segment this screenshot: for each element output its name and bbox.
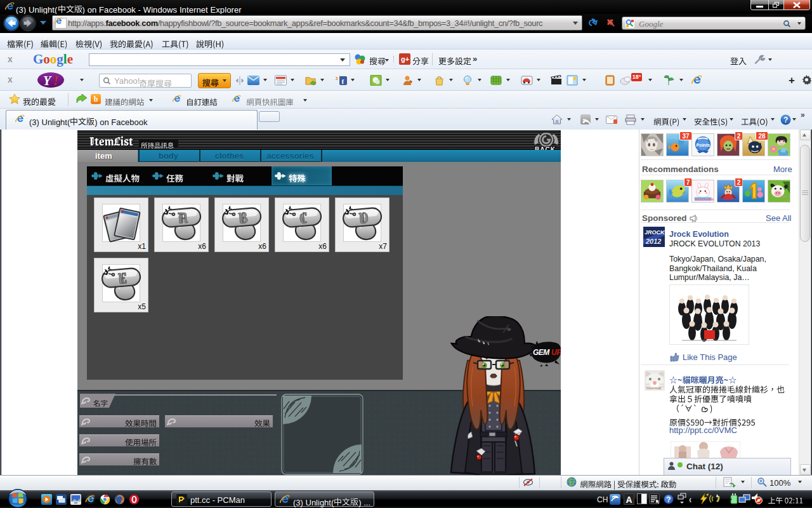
svg-text:UP: UP — [551, 348, 561, 357]
svg-text:GEM: GEM — [533, 348, 550, 357]
svg-text:JROCK: JROCK — [645, 229, 665, 236]
svg-text:g+: g+ — [401, 55, 409, 63]
svg-text:!: ! — [53, 74, 58, 88]
svg-text:Points: Points — [697, 143, 710, 148]
svg-text:Google: Google — [33, 53, 73, 67]
svg-text:mooncat: mooncat — [646, 386, 661, 390]
svg-text:f: f — [342, 77, 344, 85]
svg-text:Y: Y — [43, 74, 52, 88]
svg-text:2012: 2012 — [645, 237, 661, 245]
svg-text:?: ? — [783, 116, 788, 124]
svg-text:RESTAURANT: RESTAURANT — [695, 197, 714, 201]
